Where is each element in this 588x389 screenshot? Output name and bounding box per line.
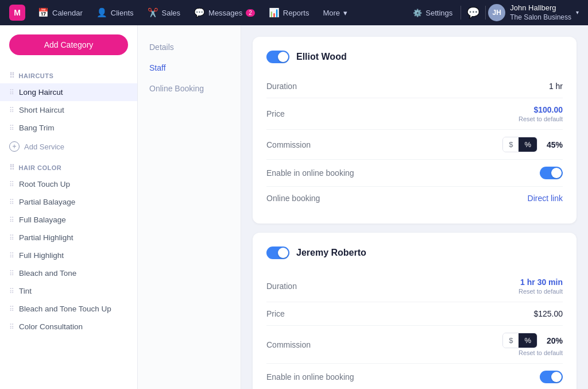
elliot-commission-label: Commission	[266, 140, 502, 149]
elliot-price-reset[interactable]: Reset to default	[519, 115, 563, 122]
jeremy-duration-value: 1 hr 30 min	[520, 278, 563, 287]
staff-card-elliot: Elliot Wood Duration 1 hr Price $100.00 …	[253, 37, 577, 224]
sidebar-item-partial-balayage[interactable]: ⠿ Partial Balayage	[0, 193, 137, 211]
nav-item-messages[interactable]: 💬 Messages 2	[188, 4, 261, 21]
elliot-online-booking-link-label: Online booking	[266, 194, 528, 203]
elliot-duration-value: 1 hr	[549, 82, 563, 91]
jeremy-commission-col: $ % 20% Reset to default	[502, 333, 563, 356]
nav-divider-2	[485, 6, 486, 20]
jeremy-duration-reset[interactable]: Reset to default	[519, 288, 563, 295]
drag-icon: ⠿	[9, 88, 14, 97]
elliot-percent-button[interactable]: %	[519, 137, 537, 152]
sidebar-item-short-haircut[interactable]: ⠿ Short Haircut	[0, 101, 137, 119]
drag-icon: ⠿	[9, 180, 14, 188]
jeremy-duration-row: Duration 1 hr 30 min Reset to default	[266, 271, 563, 302]
tab-details[interactable]: Details	[138, 37, 241, 57]
calendar-icon: 📅	[38, 7, 49, 18]
nav-divider	[461, 6, 461, 20]
elliot-price-row: Price $100.00 Reset to default	[266, 98, 563, 130]
jeremy-dollar-button[interactable]: $	[503, 333, 519, 348]
jeremy-commission-value: 20%	[542, 336, 563, 345]
elliot-direct-link[interactable]: Direct link	[528, 194, 563, 203]
nav-settings[interactable]: ⚙️ Settings	[407, 5, 458, 21]
jeremy-online-booking-toggle[interactable]	[540, 371, 563, 383]
sidebar-item-bleach-tone-touch-up[interactable]: ⠿ Bleach and Tone Touch Up	[0, 300, 137, 318]
elliot-toggle[interactable]	[266, 51, 289, 63]
drag-icon: ⠿	[9, 305, 14, 313]
user-subtitle: The Salon Business	[510, 13, 571, 22]
nav-item-more[interactable]: More ▾	[317, 5, 353, 21]
tab-online-booking[interactable]: Online Booking	[138, 78, 241, 99]
user-name: John Hallberg	[510, 3, 571, 13]
jeremy-toggle[interactable]	[266, 247, 289, 259]
nav-item-reports[interactable]: 📊 Reports	[263, 4, 315, 21]
drag-icon: ⠿	[9, 323, 14, 331]
sidebar-item-full-highlight[interactable]: ⠿ Full Highlight	[0, 247, 137, 264]
add-circle-icon: +	[9, 141, 20, 152]
messages-icon: 💬	[194, 7, 205, 18]
drag-handle-icon: ⠿	[9, 71, 16, 80]
elliot-commission-group: $ % 45%	[502, 137, 563, 152]
sidebar-item-long-haircut[interactable]: ⠿ Long Haircut	[0, 83, 137, 101]
user-chevron-icon: ▾	[576, 9, 579, 16]
sidebar-section-haircuts: ⠿ HAIRCUTS	[0, 64, 137, 83]
drag-icon: ⠿	[9, 106, 14, 114]
sidebar-item-bang-trim[interactable]: ⠿ Bang Trim	[0, 119, 137, 137]
nav-user-menu[interactable]: JH John Hallberg The Salon Business ▾	[488, 3, 579, 22]
drag-icon: ⠿	[9, 252, 14, 260]
drag-icon: ⠿	[9, 124, 14, 132]
jeremy-duration-label: Duration	[266, 282, 519, 291]
settings-icon: ⚙️	[413, 9, 422, 17]
jeremy-price-label: Price	[266, 309, 533, 318]
middle-panel: Details Staff Online Booking	[138, 25, 241, 389]
elliot-name: Elliot Wood	[296, 52, 347, 62]
sidebar-item-partial-highlight[interactable]: ⠿ Partial Highlight	[0, 229, 137, 247]
elliot-price-col: $100.00 Reset to default	[519, 105, 563, 122]
nav-chat-button[interactable]: 💬	[463, 3, 483, 22]
nav-logo[interactable]: M	[9, 5, 25, 21]
top-navigation: M 📅 Calendar 👤 Clients ✂️ Sales 💬 Messag…	[0, 0, 588, 25]
jeremy-commission-group: $ % 20%	[502, 333, 563, 348]
add-service-haircuts[interactable]: + Add Service	[0, 137, 137, 156]
elliot-online-booking-row: Enable in online booking	[266, 160, 563, 187]
nav-item-clients[interactable]: 👤 Clients	[91, 4, 140, 21]
drag-icon: ⠿	[9, 234, 14, 242]
reports-icon: 📊	[269, 7, 280, 18]
jeremy-name: Jeremy Roberto	[296, 248, 366, 258]
clients-icon: 👤	[96, 7, 107, 18]
elliot-duration-row: Duration 1 hr	[266, 75, 563, 98]
jeremy-commission-reset[interactable]: Reset to default	[519, 349, 563, 356]
jeremy-percent-button[interactable]: %	[519, 333, 537, 348]
elliot-price-label: Price	[266, 109, 519, 118]
elliot-online-booking-label: Enable in online booking	[266, 168, 540, 178]
staff-card-jeremy: Jeremy Roberto Duration 1 hr 30 min Rese…	[253, 233, 577, 389]
avatar: JH	[488, 4, 505, 21]
elliot-commission-type-toggle: $ %	[502, 137, 537, 152]
sidebar-item-bleach-tone[interactable]: ⠿ Bleach and Tone	[0, 264, 137, 282]
sidebar-item-color-consultation[interactable]: ⠿ Color Consultation	[0, 318, 137, 336]
nav-item-sales[interactable]: ✂️ Sales	[142, 4, 187, 21]
sidebar-item-tint[interactable]: ⠿ Tint	[0, 282, 137, 300]
jeremy-commission-type-toggle: $ %	[502, 333, 537, 348]
sidebar: Add Category ⠿ HAIRCUTS ⠿ Long Haircut ⠿…	[0, 25, 138, 389]
drag-icon: ⠿	[9, 216, 14, 224]
elliot-dollar-button[interactable]: $	[503, 137, 519, 152]
jeremy-price-value: $125.00	[533, 309, 563, 318]
jeremy-duration-col: 1 hr 30 min Reset to default	[519, 278, 563, 295]
main-layout: Add Category ⠿ HAIRCUTS ⠿ Long Haircut ⠿…	[0, 0, 588, 389]
jeremy-price-row: Price $125.00	[266, 302, 563, 326]
tab-staff[interactable]: Staff	[138, 57, 241, 78]
sidebar-item-root-touch-up[interactable]: ⠿ Root Touch Up	[0, 175, 137, 193]
drag-icon: ⠿	[9, 287, 14, 295]
sidebar-item-full-balayage[interactable]: ⠿ Full Balayage	[0, 211, 137, 229]
elliot-commission-row: Commission $ % 45%	[266, 130, 563, 160]
jeremy-online-booking-label: Enable in online booking	[266, 372, 540, 382]
sales-icon: ✂️	[148, 7, 158, 18]
elliot-online-booking-toggle[interactable]	[540, 167, 563, 179]
nav-item-calendar[interactable]: 📅 Calendar	[32, 4, 88, 21]
elliot-price-value: $100.00	[533, 105, 563, 114]
messages-badge: 2	[246, 9, 255, 17]
add-category-button[interactable]: Add Category	[9, 34, 128, 55]
elliot-commission-value: 45%	[542, 140, 563, 149]
elliot-direct-link-row: Online booking Direct link	[266, 187, 563, 210]
